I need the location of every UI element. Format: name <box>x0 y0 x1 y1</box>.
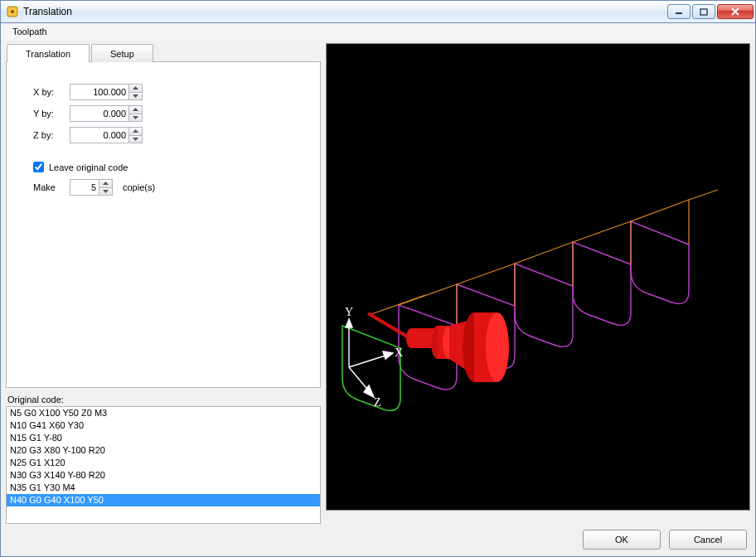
code-line[interactable]: N30 G3 X140 Y-80 R20 <box>7 469 320 482</box>
svg-marker-25 <box>383 351 393 359</box>
original-code-panel: Original code: N5 G0 X100 Y50 Z0 M3N10 G… <box>6 393 321 524</box>
xby-field[interactable] <box>70 85 128 99</box>
zby-down[interactable] <box>129 136 142 143</box>
svg-line-24 <box>349 355 388 367</box>
titlebar: Translation <box>0 0 756 23</box>
svg-marker-9 <box>133 138 138 141</box>
svg-point-1 <box>11 10 14 13</box>
tab-content-translation: X by: Y by: <box>7 62 320 206</box>
svg-line-12 <box>368 313 407 337</box>
window-title: Translation <box>23 6 667 17</box>
zby-label: Z by: <box>33 130 70 140</box>
zby-input[interactable] <box>70 127 143 143</box>
original-code-label: Original code: <box>7 395 321 404</box>
tab-setup[interactable]: Setup <box>91 44 153 62</box>
yby-down[interactable] <box>129 114 142 122</box>
axis-z-label: Z <box>374 396 381 409</box>
code-line[interactable]: N35 G1 Y30 M4 <box>7 482 320 494</box>
code-line[interactable]: N25 G1 X120 <box>7 457 320 469</box>
svg-marker-10 <box>103 182 109 185</box>
svg-marker-6 <box>133 108 138 111</box>
zby-up[interactable] <box>129 128 142 136</box>
close-button[interactable] <box>717 4 754 19</box>
svg-marker-7 <box>133 116 138 119</box>
xby-label: X by: <box>33 87 70 97</box>
code-line[interactable]: N10 G41 X60 Y30 <box>7 419 320 432</box>
code-line[interactable]: N5 G0 X100 Y50 Z0 M3 <box>7 407 320 419</box>
app-icon <box>6 5 19 18</box>
copies-suffix: copie(s) <box>123 182 155 192</box>
svg-marker-4 <box>133 86 138 90</box>
copies-up[interactable] <box>99 180 112 188</box>
leave-original-checkbox[interactable] <box>33 162 44 172</box>
code-line[interactable]: N40 G0 G40 X100 Y50 <box>7 494 320 506</box>
xby-input[interactable] <box>70 84 143 100</box>
code-line[interactable]: N15 G1 Y-80 <box>7 432 320 444</box>
svg-marker-8 <box>133 129 138 133</box>
svg-point-21 <box>486 312 509 382</box>
yby-up[interactable] <box>129 106 142 114</box>
menubar: Toolpath <box>0 23 756 40</box>
copies-field[interactable] <box>70 180 99 195</box>
dialog-buttons: OK Cancel <box>583 530 747 550</box>
svg-marker-5 <box>133 94 138 98</box>
yby-label: Y by: <box>33 109 70 119</box>
xby-up[interactable] <box>129 85 142 93</box>
yby-field[interactable] <box>70 106 128 121</box>
zby-field[interactable] <box>70 128 128 143</box>
copies-down[interactable] <box>99 188 112 196</box>
axis-y-label: Y <box>345 306 353 318</box>
xby-down[interactable] <box>129 93 142 100</box>
original-code-list[interactable]: N5 G0 X100 Y50 Z0 M3N10 G41 X60 Y30N15 G… <box>6 406 321 524</box>
left-panel: Translation Setup X by: <box>6 43 321 511</box>
svg-marker-23 <box>346 319 352 327</box>
leave-original-label: Leave original code <box>49 162 128 172</box>
cancel-button[interactable]: Cancel <box>669 530 747 550</box>
tab-panel: Translation Setup X by: <box>6 61 321 388</box>
svg-rect-3 <box>700 9 707 15</box>
client-area: Translation Setup X by: <box>0 40 756 557</box>
tab-strip: Translation Setup <box>7 44 155 62</box>
tab-translation[interactable]: Translation <box>7 44 90 62</box>
make-label: Make <box>33 182 70 192</box>
menu-toolpath[interactable]: Toolpath <box>7 25 52 38</box>
code-line[interactable]: N20 G3 X80 Y-100 R20 <box>7 444 320 457</box>
svg-marker-11 <box>103 190 109 193</box>
window-buttons <box>667 4 754 19</box>
yby-input[interactable] <box>70 105 143 122</box>
axis-x-label: X <box>395 346 403 359</box>
viewport-3d[interactable]: Y X Z <box>326 43 750 511</box>
maximize-button[interactable] <box>692 4 715 19</box>
copies-input[interactable] <box>70 179 113 196</box>
minimize-button[interactable] <box>667 4 691 19</box>
ok-button[interactable]: OK <box>583 530 661 550</box>
